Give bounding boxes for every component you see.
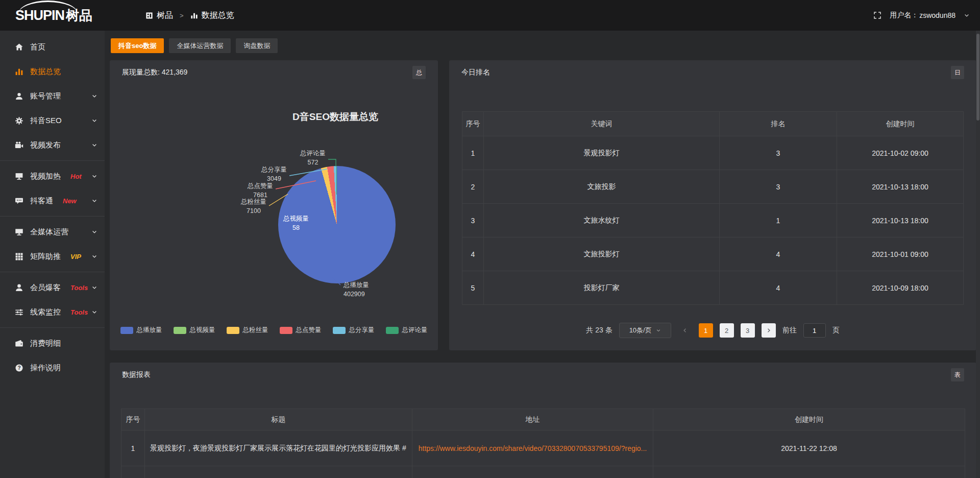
sidebar-item-label: 数据总览 [30, 67, 61, 77]
chevron-down-icon [91, 198, 97, 204]
app-square-icon [145, 12, 153, 19]
breadcrumb: 树品 > 数据总览 [145, 10, 234, 21]
ranking-table: 序号 关键词 排名 创建时间 1景观投影灯32021-10-02 09:00 2… [462, 111, 964, 305]
sidebar-item-home[interactable]: 首页 [0, 35, 105, 59]
table-row: 1 景观投影灯，夜游景观投影灯厂家展示展示落花灯在花园里的灯光投影应用效果 # … [121, 431, 965, 466]
breadcrumb-root[interactable]: 树品 [157, 10, 173, 21]
table-row: 4文旅投影灯42021-10-01 09:00 [462, 237, 964, 271]
chart-legend: 总播放量 总视频量 总粉丝量 总点赞量 总分享量 总评论量 [120, 326, 428, 334]
table-toggle-button[interactable]: 表 [951, 368, 964, 381]
grid-icon [15, 252, 23, 261]
video-camera-icon [15, 141, 23, 150]
video-url-link[interactable]: https://www.iesdouyin.com/share/video/70… [419, 444, 647, 452]
chevron-down-icon [91, 93, 97, 99]
legend-swatch [333, 327, 346, 334]
legend-item[interactable]: 总分享量 [333, 326, 375, 334]
sidebar-item-clue-monitor[interactable]: 线索监控 Tools [0, 300, 105, 324]
sidebar-item-label: 操作说明 [30, 363, 61, 373]
sidebar-item-account[interactable]: 账号管理 [0, 84, 105, 108]
legend-item[interactable]: 总粉丝量 [227, 326, 268, 334]
chevron-down-icon[interactable] [964, 12, 970, 18]
sidebar-item-label: 抖客通 [30, 196, 53, 206]
legend-item[interactable]: 总播放量 [120, 326, 162, 334]
sidebar-item-help[interactable]: ? 操作说明 [0, 355, 105, 380]
legend-swatch [120, 327, 133, 334]
bar-chart-icon [15, 67, 23, 76]
sidebar-divider [0, 216, 105, 217]
member-icon [15, 283, 23, 292]
table-row [121, 466, 965, 478]
table-row: 2文旅投影32021-10-13 18:00 [462, 170, 964, 204]
breadcrumb-current: 数据总览 [202, 10, 234, 21]
table-header-row: 序号 关键词 排名 创建时间 [462, 112, 964, 136]
tab-inquiry-data[interactable]: 询盘数据 [236, 38, 278, 53]
sidebar-divider [0, 272, 105, 272]
legend-item[interactable]: 总点赞量 [280, 326, 322, 334]
main-content: 抖音seo数据 全媒体运营数据 询盘数据 展现量总数: 421,369 总 D音… [105, 31, 980, 478]
chevron-down-icon [91, 142, 97, 148]
pie-label-comments: 总评论量572 [300, 149, 326, 167]
user-icon [15, 92, 23, 101]
pie-label-fans: 总粉丝量7100 [241, 198, 266, 216]
page-button-2[interactable]: 2 [720, 323, 734, 338]
legend-swatch [280, 327, 292, 334]
col-keyword: 关键词 [484, 112, 720, 136]
page-size-select[interactable]: 10条/页 [619, 323, 671, 338]
prev-page-button[interactable] [678, 323, 692, 338]
total-toggle-button[interactable]: 总 [412, 66, 426, 79]
sidebar-item-label: 账号管理 [30, 91, 61, 101]
table-row: 1景观投影灯32021-10-02 09:00 [462, 136, 964, 170]
fullscreen-icon[interactable] [873, 11, 881, 19]
video-title-cell: 景观投影灯，夜游景观投影灯厂家展示展示落花灯在花园里的灯光投影应用效果 # [145, 431, 412, 466]
sidebar-item-label: 矩阵助推 [30, 252, 61, 261]
chevron-down-icon [91, 309, 97, 315]
tools-badge: Tools [70, 308, 88, 316]
wallet-icon [15, 339, 23, 348]
legend-swatch [386, 327, 399, 334]
hot-badge: Hot [70, 173, 82, 180]
pie-label-videos: 总视频量58 [283, 214, 309, 232]
pagination-total: 共 23 条 [586, 326, 612, 335]
next-page-button[interactable] [762, 323, 776, 338]
page-button-1[interactable]: 1 [699, 323, 713, 338]
sidebar-item-label: 线索监控 [30, 307, 61, 317]
sidebar-item-consumption[interactable]: 消费明细 [0, 331, 105, 355]
sidebar-item-member-baoke[interactable]: 会员爆客 Tools [0, 275, 105, 300]
day-toggle-button[interactable]: 日 [951, 66, 964, 79]
sidebar-item-label: 全媒体运营 [30, 227, 68, 237]
sidebar-item-label: 会员爆客 [30, 283, 61, 293]
username[interactable]: zswodun88 [919, 11, 955, 19]
sidebar-item-doukutong[interactable]: 抖客通 New [0, 188, 105, 213]
col-url: 地址 [412, 409, 653, 431]
tab-douyin-seo-data[interactable]: 抖音seo数据 [111, 38, 164, 53]
goto-page-input[interactable] [803, 323, 826, 338]
data-tabs: 抖音seo数据 全媒体运营数据 询盘数据 [111, 38, 278, 53]
home-icon [15, 43, 23, 52]
sidebar-item-douyin-seo[interactable]: 抖音SEO [0, 108, 105, 133]
sidebar-item-matrix-boost[interactable]: 矩阵助推 VIP [0, 244, 105, 269]
sidebar-item-video-heat[interactable]: 视频加热 Hot [0, 164, 105, 188]
pie-label-shares: 总分享量3049 [261, 165, 287, 183]
app-logo: SHUPIN树品 [15, 7, 107, 25]
col-rank: 排名 [720, 112, 837, 136]
table-header-row: 序号 标题 地址 创建时间 [121, 409, 965, 431]
logo-arc [18, 1, 78, 14]
scrollbar-thumb[interactable] [976, 34, 979, 121]
screen-icon [15, 172, 23, 181]
tab-media-operation-data[interactable]: 全媒体运营数据 [169, 38, 231, 53]
legend-item[interactable]: 总视频量 [174, 326, 215, 334]
col-title: 标题 [145, 409, 412, 431]
chat-icon [15, 197, 23, 205]
page-button-3[interactable]: 3 [741, 323, 755, 338]
legend-swatch [227, 327, 239, 334]
page-scrollbar [976, 31, 980, 478]
report-card-title: 数据报表 [122, 370, 151, 379]
chevron-down-icon [91, 117, 97, 124]
sidebar-item-video-publish[interactable]: 视频发布 [0, 133, 105, 157]
sidebar-item-data-overview[interactable]: 数据总览 [0, 59, 105, 84]
sliders-icon [15, 308, 23, 317]
legend-item[interactable]: 总评论量 [386, 326, 428, 334]
sidebar-item-media-operation[interactable]: 全媒体运营 [0, 220, 105, 244]
chevron-left-icon [682, 327, 688, 333]
question-circle-icon: ? [15, 364, 23, 372]
